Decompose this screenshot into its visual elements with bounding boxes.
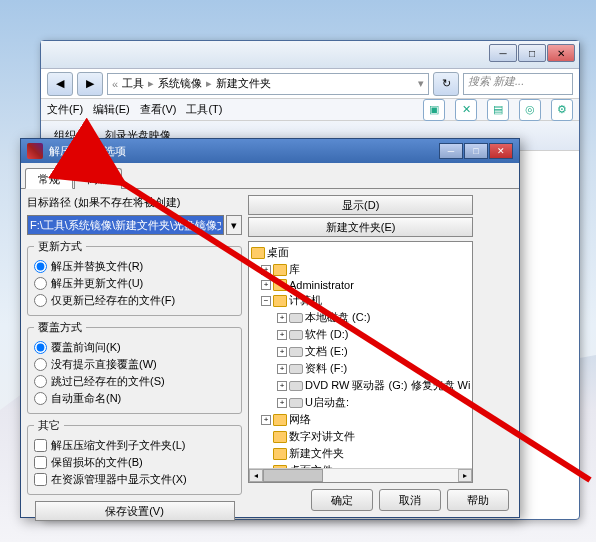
expander-icon[interactable]: + xyxy=(277,398,287,408)
destination-path-input[interactable] xyxy=(27,215,224,235)
tab-general[interactable]: 常规 xyxy=(25,168,73,189)
nav-forward-button[interactable]: ▶ xyxy=(77,72,103,96)
nav-back-button[interactable]: ◀ xyxy=(47,72,73,96)
breadcrumb[interactable]: « 工具 ▸ 系统镜像 ▸ 新建文件夹 ▾ xyxy=(107,73,429,95)
search-input[interactable]: 搜索 新建... xyxy=(463,73,573,95)
radio-overwrite-noask[interactable]: 没有提示直接覆盖(W) xyxy=(34,356,235,373)
disk-icon xyxy=(289,398,303,408)
folder-icon xyxy=(273,431,287,443)
expander-icon[interactable]: − xyxy=(261,296,271,306)
update-mode-group: 更新方式 解压并替换文件(R) 解压并更新文件(U) 仅更新已经存在的文件(F) xyxy=(27,239,242,316)
tab-advanced[interactable]: 高级 xyxy=(74,168,122,189)
folder-icon xyxy=(273,448,287,460)
menu-file[interactable]: 文件(F) xyxy=(47,102,83,117)
dialog-minimize-button[interactable]: ─ xyxy=(439,143,463,159)
new-folder-button[interactable]: 新建文件夹(E) xyxy=(248,217,473,237)
library-icon xyxy=(273,264,287,276)
expander-icon[interactable]: + xyxy=(277,347,287,357)
toolbar-icon[interactable]: ◎ xyxy=(519,99,541,121)
explorer-maximize-button[interactable]: □ xyxy=(518,44,546,62)
menu-edit[interactable]: 编辑(E) xyxy=(93,102,130,117)
disk-icon xyxy=(289,330,303,340)
menu-bar: 文件(F) 编辑(E) 查看(V) 工具(T) ▣ ✕ ▤ ◎ ⚙ xyxy=(41,99,579,121)
check-keep-broken[interactable]: 保留损坏的文件(B) xyxy=(34,454,235,471)
scroll-left-button[interactable]: ◂ xyxy=(249,469,263,482)
desktop-icon xyxy=(251,247,265,259)
dialog-close-button[interactable]: ✕ xyxy=(489,143,513,159)
check-show-explorer[interactable]: 在资源管理器中显示文件(X) xyxy=(34,471,235,488)
horizontal-scrollbar[interactable]: ◂ ▸ xyxy=(249,468,472,482)
save-settings-button[interactable]: 保存设置(V) xyxy=(35,501,235,521)
dialog-maximize-button[interactable]: □ xyxy=(464,143,488,159)
folder-tree[interactable]: 桌面 +库 +Administrator −计算机 +本地磁盘 (C:) +软件… xyxy=(248,241,473,483)
explorer-close-button[interactable]: ✕ xyxy=(547,44,575,62)
path-dropdown-button[interactable]: ▾ xyxy=(226,215,242,235)
disk-icon xyxy=(289,364,303,374)
scroll-thumb[interactable] xyxy=(263,469,323,482)
dvd-icon xyxy=(289,381,303,391)
toolbar-icon[interactable]: ▤ xyxy=(487,99,509,121)
expander-icon[interactable]: + xyxy=(277,381,287,391)
toolbar-icon[interactable]: ✕ xyxy=(455,99,477,121)
overwrite-mode-group: 覆盖方式 覆盖前询问(K) 没有提示直接覆盖(W) 跳过已经存在的文件(S) 自… xyxy=(27,320,242,414)
help-button[interactable]: 帮助 xyxy=(447,489,509,511)
scroll-right-button[interactable]: ▸ xyxy=(458,469,472,482)
radio-extract-replace[interactable]: 解压并替换文件(R) xyxy=(34,258,235,275)
overwrite-legend: 覆盖方式 xyxy=(34,320,86,335)
network-icon xyxy=(273,414,287,426)
expander-icon[interactable]: + xyxy=(261,280,271,290)
user-icon xyxy=(273,279,287,291)
radio-ask-before[interactable]: 覆盖前询问(K) xyxy=(34,339,235,356)
misc-group: 其它 解压压缩文件到子文件夹(L) 保留损坏的文件(B) 在资源管理器中显示文件… xyxy=(27,418,242,495)
check-subfolder[interactable]: 解压压缩文件到子文件夹(L) xyxy=(34,437,235,454)
extract-options-dialog: 解压路径和选项 ─ □ ✕ 常规 高级 目标路径 (如果不存在将被创建) ▾ 更… xyxy=(20,138,520,518)
tab-bar: 常规 高级 xyxy=(21,167,519,189)
display-button[interactable]: 显示(D) xyxy=(248,195,473,215)
disk-icon xyxy=(289,347,303,357)
computer-icon xyxy=(273,295,287,307)
breadcrumb-seg[interactable]: 新建文件夹 xyxy=(216,76,271,91)
dialog-titlebar: 解压路径和选项 ─ □ ✕ xyxy=(21,139,519,163)
misc-legend: 其它 xyxy=(34,418,64,433)
expander-icon[interactable]: + xyxy=(277,364,287,374)
cancel-button[interactable]: 取消 xyxy=(379,489,441,511)
ok-button[interactable]: 确定 xyxy=(311,489,373,511)
dialog-title: 解压路径和选项 xyxy=(49,144,126,159)
winrar-icon xyxy=(27,143,43,159)
radio-update-existing[interactable]: 仅更新已经存在的文件(F) xyxy=(34,292,235,309)
expander-icon[interactable]: + xyxy=(261,265,271,275)
path-label: 目标路径 (如果不存在将被创建) xyxy=(27,195,242,210)
update-legend: 更新方式 xyxy=(34,239,86,254)
toolbar-icon[interactable]: ⚙ xyxy=(551,99,573,121)
menu-tools[interactable]: 工具(T) xyxy=(186,102,222,117)
refresh-button[interactable]: ↻ xyxy=(433,72,459,96)
explorer-titlebar: ─ □ ✕ xyxy=(41,41,579,69)
menu-view[interactable]: 查看(V) xyxy=(140,102,177,117)
toolbar-icon[interactable]: ▣ xyxy=(423,99,445,121)
breadcrumb-seg[interactable]: 系统镜像 xyxy=(158,76,202,91)
radio-skip-existing[interactable]: 跳过已经存在的文件(S) xyxy=(34,373,235,390)
radio-extract-update[interactable]: 解压并更新文件(U) xyxy=(34,275,235,292)
expander-icon[interactable]: + xyxy=(277,330,287,340)
expander-icon[interactable]: + xyxy=(277,313,287,323)
radio-auto-rename[interactable]: 自动重命名(N) xyxy=(34,390,235,407)
disk-icon xyxy=(289,313,303,323)
expander-icon[interactable]: + xyxy=(261,415,271,425)
address-row: ◀ ▶ « 工具 ▸ 系统镜像 ▸ 新建文件夹 ▾ ↻ 搜索 新建... xyxy=(41,69,579,99)
breadcrumb-seg[interactable]: 工具 xyxy=(122,76,144,91)
explorer-minimize-button[interactable]: ─ xyxy=(489,44,517,62)
